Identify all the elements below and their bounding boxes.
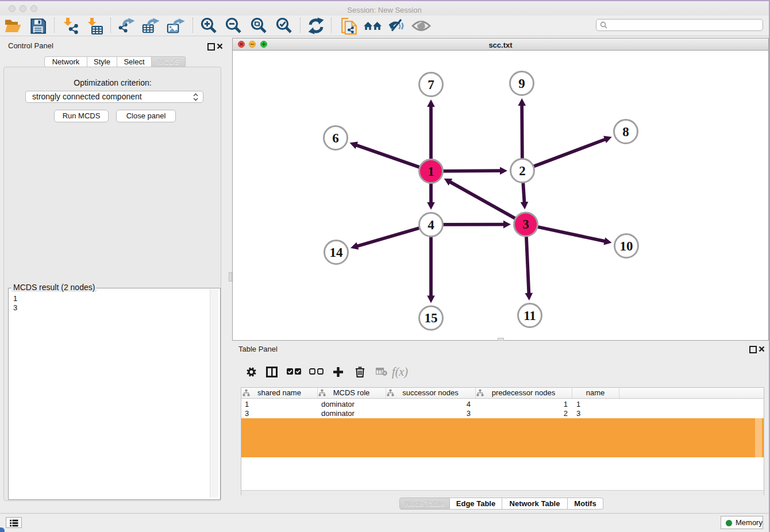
svg-text:1: 1 xyxy=(428,164,434,179)
svg-text:8: 8 xyxy=(622,125,629,139)
svg-text:4: 4 xyxy=(428,218,434,232)
svg-text:9: 9 xyxy=(518,76,525,91)
svg-text:15: 15 xyxy=(425,311,438,325)
svg-text:2: 2 xyxy=(519,164,526,178)
svg-text:10: 10 xyxy=(620,239,633,253)
svg-text:6: 6 xyxy=(332,131,339,145)
svg-text:3: 3 xyxy=(522,217,529,232)
svg-text:11: 11 xyxy=(523,309,536,323)
svg-text:14: 14 xyxy=(330,245,344,260)
svg-text:7: 7 xyxy=(428,78,434,92)
